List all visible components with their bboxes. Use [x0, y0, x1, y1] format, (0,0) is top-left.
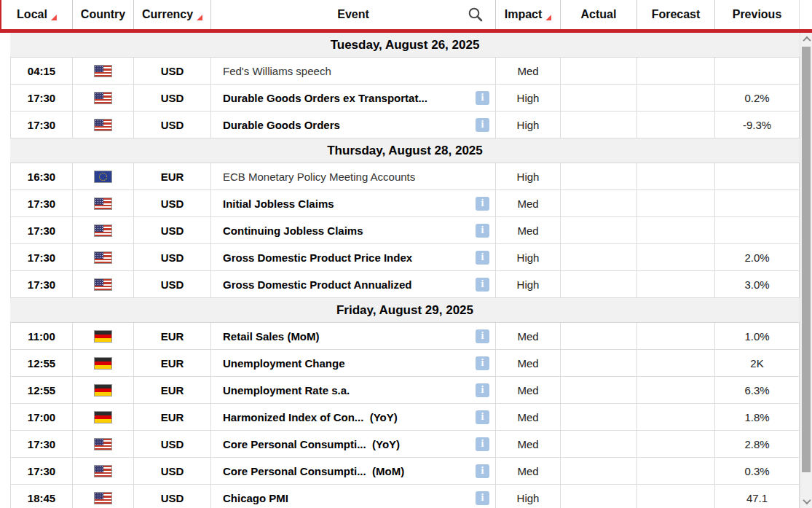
- info-icon[interactable]: i: [476, 464, 489, 478]
- info-icon[interactable]: i: [476, 437, 489, 451]
- column-label: Actual: [581, 8, 617, 21]
- time-label: 17:00: [28, 411, 55, 423]
- previous-value: 6.3%: [744, 384, 769, 396]
- us-flag-icon: [94, 224, 112, 237]
- event-label: Fed's Williams speech: [223, 65, 331, 77]
- forecast-cell: [637, 431, 715, 457]
- column-label: Impact: [505, 8, 543, 21]
- event-label: Durable Goods Orders ex Transportat...: [223, 92, 427, 104]
- currency-label: USD: [161, 465, 184, 477]
- forecast-cell: [637, 350, 715, 376]
- column-label: Country: [81, 8, 125, 21]
- us-flag-icon: [94, 465, 112, 477]
- us-flag-icon: [94, 251, 112, 264]
- event-label: Initial Jobless Claims: [223, 198, 334, 210]
- us-flag-icon: [94, 198, 112, 210]
- forecast-cell: [637, 244, 715, 270]
- time-label: 17:30: [28, 438, 55, 450]
- forecast-cell: [637, 271, 715, 297]
- event-row: 17:30 USD Gross Domestic Product Annuali…: [10, 271, 800, 298]
- date-label: Tuesday, August 26, 2025: [331, 38, 480, 52]
- forecast-cell: [637, 112, 715, 138]
- currency-label: USD: [161, 92, 184, 104]
- time-label: 17:30: [28, 251, 55, 264]
- date-label: Friday, August 29, 2025: [336, 303, 473, 318]
- currency-label: USD: [161, 251, 184, 264]
- scroll-up-button[interactable]: [800, 33, 812, 46]
- actual-cell: [561, 350, 637, 376]
- impact-label: Med: [517, 198, 538, 210]
- column-label: Currency: [142, 8, 193, 21]
- us-flag-icon: [94, 65, 112, 77]
- event-row: 12:55 EUR Unemployment Rate s.a.i Med 6.…: [10, 377, 800, 404]
- info-icon[interactable]: i: [476, 356, 489, 370]
- column-header-forecast[interactable]: Forecast: [637, 0, 715, 29]
- info-icon[interactable]: i: [476, 224, 489, 238]
- column-label: Previous: [733, 8, 782, 21]
- column-header-actual[interactable]: Actual: [561, 0, 637, 29]
- currency-label: USD: [161, 198, 184, 210]
- time-label: 17:30: [28, 278, 55, 291]
- impact-label: Med: [517, 65, 538, 77]
- event-label: Unemployment Rate s.a.: [223, 384, 350, 396]
- info-icon[interactable]: i: [476, 197, 489, 211]
- info-icon[interactable]: i: [476, 118, 489, 132]
- info-icon[interactable]: i: [476, 410, 489, 424]
- previous-value: 0.2%: [744, 92, 769, 104]
- impact-label: High: [517, 251, 540, 264]
- actual-cell: [561, 163, 637, 189]
- search-icon[interactable]: [468, 7, 484, 23]
- time-label: 17:30: [28, 198, 55, 210]
- chevron-down-icon: [803, 496, 811, 504]
- time-label: 17:30: [28, 119, 55, 131]
- actual-cell: [561, 431, 637, 457]
- info-icon[interactable]: i: [476, 251, 489, 265]
- event-row: 16:30 EUR ECB Monetary Policy Meeting Ac…: [10, 163, 800, 190]
- actual-cell: [561, 271, 637, 297]
- date-label: Thursday, August 28, 2025: [327, 144, 483, 158]
- currency-label: USD: [161, 224, 184, 237]
- vertical-scrollbar[interactable]: [800, 33, 812, 508]
- chevron-up-icon: [803, 36, 811, 44]
- event-row: 17:30 USD Gross Domestic Product Price I…: [10, 244, 800, 271]
- column-header-previous[interactable]: Previous: [715, 0, 800, 29]
- economic-calendar: Local Country Currency Event Impact Actu…: [0, 0, 812, 508]
- scrollbar-thumb[interactable]: [802, 47, 811, 472]
- forecast-cell: [637, 404, 715, 430]
- info-icon[interactable]: i: [476, 278, 489, 292]
- scroll-down-button[interactable]: [800, 495, 812, 508]
- column-header-currency[interactable]: Currency: [134, 0, 211, 29]
- date-header: Tuesday, August 26, 2025: [10, 33, 800, 58]
- forecast-cell: [637, 377, 715, 403]
- currency-label: USD: [161, 278, 184, 291]
- us-flag-icon: [94, 492, 112, 504]
- impact-label: High: [517, 119, 540, 131]
- info-icon[interactable]: i: [476, 491, 489, 505]
- currency-label: USD: [161, 119, 184, 131]
- forecast-cell: [637, 485, 715, 508]
- previous-value: -9.3%: [743, 119, 771, 131]
- info-icon[interactable]: i: [476, 329, 489, 343]
- info-icon[interactable]: i: [476, 383, 489, 397]
- previous-value: 47.1: [746, 492, 768, 504]
- actual-cell: [561, 85, 637, 111]
- event-row: 11:00 EUR Retail Sales (MoM)i Med 1.0%: [10, 323, 800, 350]
- column-label: Local: [17, 8, 47, 21]
- forecast-cell: [637, 58, 715, 84]
- actual-cell: [561, 485, 637, 508]
- column-header-event[interactable]: Event: [211, 0, 496, 29]
- column-header-country[interactable]: Country: [73, 0, 134, 29]
- time-label: 12:55: [28, 384, 55, 396]
- column-label: Forecast: [652, 8, 701, 21]
- time-label: 17:30: [28, 224, 55, 237]
- forecast-cell: [637, 458, 715, 484]
- column-header-impact[interactable]: Impact: [496, 0, 561, 29]
- event-label: Gross Domestic Product Annualized: [223, 278, 412, 291]
- event-label: ECB Monetary Policy Meeting Accounts: [223, 171, 415, 183]
- event-label: Gross Domestic Product Price Index: [223, 251, 412, 264]
- event-row: 17:30 USD Durable Goods Orders ex Transp…: [10, 85, 800, 112]
- sort-triangle-icon: [51, 15, 57, 20]
- impact-label: High: [517, 492, 540, 504]
- column-header-local[interactable]: Local: [1, 0, 73, 29]
- info-icon[interactable]: i: [476, 91, 489, 105]
